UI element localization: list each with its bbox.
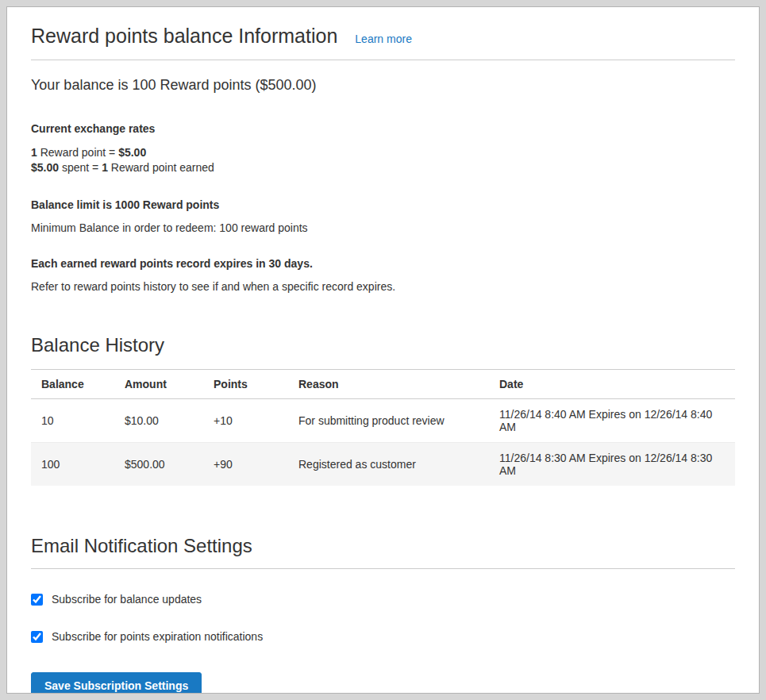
balance-history-title: Balance History bbox=[31, 334, 735, 356]
page-header: Reward points balance Information Learn … bbox=[31, 25, 735, 60]
checkbox-label: Subscribe for points expiration notifica… bbox=[52, 630, 263, 643]
column-header-amount: Amount bbox=[114, 370, 203, 399]
cell-points: +10 bbox=[203, 399, 288, 443]
balance-updates-checkbox[interactable] bbox=[31, 594, 43, 606]
table-row: 10 $10.00 +10 For submitting product rev… bbox=[31, 399, 735, 443]
cell-balance: 100 bbox=[31, 443, 114, 487]
cell-date: 11/26/14 8:40 AM Expires on 12/26/14 8:4… bbox=[489, 399, 735, 443]
minimum-balance-note: Minimum Balance in order to redeem: 100 … bbox=[31, 221, 735, 234]
column-header-date: Date bbox=[489, 370, 735, 399]
subscribe-expiration-notifications-option[interactable]: Subscribe for points expiration notifica… bbox=[31, 630, 735, 643]
cell-points: +90 bbox=[203, 443, 288, 487]
expiry-heading: Each earned reward points record expires… bbox=[31, 257, 735, 270]
email-settings-title: Email Notification Settings bbox=[31, 535, 735, 557]
checkbox-label: Subscribe for balance updates bbox=[52, 593, 202, 606]
expiration-notifications-checkbox[interactable] bbox=[31, 631, 43, 643]
table-header-row: Balance Amount Points Reason Date bbox=[31, 370, 735, 399]
exchange-rates: 1 Reward point = $5.00 $5.00 spent = 1 R… bbox=[31, 145, 735, 175]
rate-text: Reward point earned bbox=[108, 161, 214, 174]
cell-amount: $10.00 bbox=[114, 399, 203, 443]
column-header-points: Points bbox=[203, 370, 288, 399]
rate-text: Reward point = bbox=[37, 146, 118, 159]
rate-line-currency-to-point: $5.00 spent = 1 Reward point earned bbox=[31, 160, 735, 175]
expiry-note: Refer to reward points history to see if… bbox=[31, 280, 735, 293]
subscribe-balance-updates-option[interactable]: Subscribe for balance updates bbox=[31, 593, 735, 606]
email-settings-header: Email Notification Settings bbox=[31, 535, 735, 569]
cell-balance: 10 bbox=[31, 399, 114, 443]
page-title: Reward points balance Information bbox=[31, 25, 337, 48]
reward-points-panel: Reward points balance Information Learn … bbox=[6, 6, 760, 694]
rate-points-value: 1 bbox=[102, 161, 108, 174]
balance-limit-heading: Balance limit is 1000 Reward points bbox=[31, 198, 735, 211]
rate-amount-value: $5.00 bbox=[31, 161, 59, 174]
balance-summary: Your balance is 100 Reward points ($500.… bbox=[31, 77, 735, 94]
cell-reason: For submitting product review bbox=[288, 399, 489, 443]
cell-date: 11/26/14 8:30 AM Expires on 12/26/14 8:3… bbox=[489, 443, 735, 487]
table-row: 100 $500.00 +90 Registered as customer 1… bbox=[31, 443, 735, 487]
balance-history-table: Balance Amount Points Reason Date 10 $10… bbox=[31, 369, 735, 486]
rate-text: spent = bbox=[59, 161, 102, 174]
column-header-balance: Balance bbox=[31, 370, 114, 399]
rate-line-point-to-currency: 1 Reward point = $5.00 bbox=[31, 145, 735, 160]
learn-more-link[interactable]: Learn more bbox=[355, 33, 412, 45]
exchange-rates-heading: Current exchange rates bbox=[31, 122, 735, 135]
rate-points-value: 1 bbox=[31, 146, 37, 159]
save-subscription-settings-button[interactable]: Save Subscription Settings bbox=[31, 672, 202, 694]
column-header-reason: Reason bbox=[288, 370, 489, 399]
rate-amount-value: $5.00 bbox=[118, 146, 146, 159]
cell-reason: Registered as customer bbox=[288, 443, 489, 487]
cell-amount: $500.00 bbox=[114, 443, 203, 487]
